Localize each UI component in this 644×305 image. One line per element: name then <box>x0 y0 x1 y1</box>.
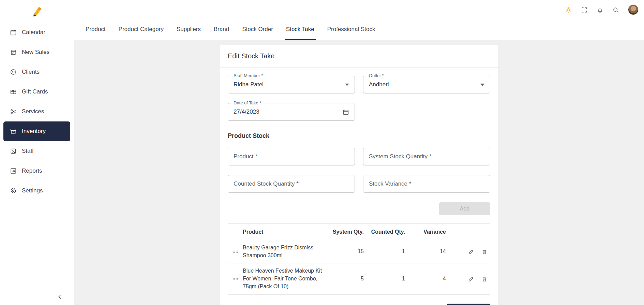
delete-row-button[interactable] <box>481 276 488 282</box>
sidebar-item-clients[interactable]: Clients <box>3 62 70 82</box>
table-header-row: Product System Qty. Counted Qty. Varianc… <box>228 224 490 240</box>
date-of-take-label: Date of Take * <box>232 100 263 105</box>
cell-variance: 14 <box>405 248 446 256</box>
tab-product[interactable]: Product <box>84 19 107 40</box>
sidebar-item-gift-cards[interactable]: Gift Cards <box>3 82 70 102</box>
search-button[interactable] <box>612 6 619 13</box>
tab-stock-take[interactable]: Stock Take <box>285 19 316 40</box>
notifications-bell-icon <box>597 6 603 13</box>
tab-stock-order[interactable]: Stock Order <box>241 19 274 40</box>
gear-icon <box>10 187 17 194</box>
date-of-take-field[interactable]: Date of Take * 27/4/2023 <box>228 103 355 121</box>
staff-badge-icon <box>10 148 17 155</box>
sidebar-item-calendar[interactable]: Calendar <box>3 23 70 42</box>
cell-counted-qty: 1 <box>364 275 405 283</box>
col-header-counted-qty: Counted Qty. <box>364 229 405 235</box>
search-icon <box>612 6 619 13</box>
edit-stock-take-card: Edit Stock Take Staff Member * Ridha Pat… <box>219 45 499 305</box>
logo-icon <box>31 5 43 17</box>
section-title-product-stock: Product Stock <box>228 132 490 140</box>
sidebar-item-label: Calendar <box>22 29 45 36</box>
theme-toggle-button[interactable] <box>565 6 572 13</box>
product-input[interactable] <box>234 153 349 160</box>
page-title: Edit Stock Take <box>220 45 498 68</box>
sidebar-item-services[interactable]: Services <box>3 102 70 121</box>
sidebar: Calendar New Sales Clients Gift Cards <box>0 0 74 305</box>
system-stock-quantity-field[interactable] <box>363 148 490 165</box>
tab-brand[interactable]: Brand <box>212 19 230 40</box>
edit-row-button[interactable] <box>468 248 475 255</box>
chevron-left-icon <box>56 293 64 301</box>
stock-variance-input[interactable] <box>369 180 484 187</box>
cell-system-qty: 5 <box>328 275 364 283</box>
gift-card-icon <box>10 88 17 95</box>
sidebar-item-new-sales[interactable]: New Sales <box>3 42 70 62</box>
fullscreen-button[interactable] <box>581 6 588 13</box>
edit-row-button[interactable] <box>468 276 475 282</box>
sidebar-item-label: Staff <box>22 148 34 155</box>
fullscreen-icon <box>581 6 588 13</box>
cell-product: Blue Heaven Festive Makeup Kit For Women… <box>243 267 328 290</box>
tab-suppliers[interactable]: Suppliers <box>175 19 202 40</box>
staff-member-label: Staff Member * <box>232 73 265 78</box>
sidebar-item-label: Inventory <box>22 128 46 135</box>
sidebar-nav: Calendar New Sales Clients Gift Cards <box>0 23 74 201</box>
product-input-field[interactable] <box>228 148 355 165</box>
col-header-system-qty: System Qty. <box>328 229 364 235</box>
cell-system-qty: 15 <box>328 248 364 256</box>
drag-handle-icon[interactable] <box>233 277 238 281</box>
sidebar-item-label: Gift Cards <box>22 88 48 95</box>
notifications-button[interactable] <box>597 6 603 13</box>
chevron-down-icon <box>480 84 484 86</box>
user-avatar[interactable] <box>628 4 639 15</box>
table-row: Beauty Garage Frizz Dismiss Shampoo 300m… <box>228 240 490 263</box>
sidebar-collapse-button[interactable] <box>55 292 65 302</box>
sidebar-item-staff[interactable]: Staff <box>3 141 70 161</box>
stock-variance-field[interactable] <box>363 175 490 193</box>
counted-stock-quantity-field[interactable] <box>228 175 355 193</box>
save-button[interactable]: Save <box>447 304 490 305</box>
app-logo[interactable] <box>0 0 74 23</box>
add-button[interactable]: Add <box>439 202 490 215</box>
calendar-icon <box>10 29 17 36</box>
cell-product: Beauty Garage Frizz Dismiss Shampoo 300m… <box>243 244 328 259</box>
stock-take-table: Product System Qty. Counted Qty. Varianc… <box>228 223 490 295</box>
sidebar-item-label: Settings <box>22 187 43 194</box>
calendar-icon[interactable] <box>343 109 349 115</box>
outlet-label: Outlet * <box>367 73 385 78</box>
sidebar-item-label: Services <box>22 108 44 115</box>
inventory-box-icon <box>10 128 17 135</box>
sidebar-item-label: New Sales <box>22 49 49 56</box>
counted-stock-quantity-input[interactable] <box>234 180 349 187</box>
col-header-variance: Variance <box>405 229 446 235</box>
main-area: Product Product Category Suppliers Brand… <box>74 0 644 305</box>
outlet-select[interactable]: Outlet * Andheri <box>363 76 490 93</box>
top-header <box>74 0 644 19</box>
delete-row-button[interactable] <box>481 249 488 255</box>
cell-variance: 4 <box>405 275 446 283</box>
system-stock-quantity-input[interactable] <box>369 153 484 160</box>
cell-counted-qty: 1 <box>364 248 405 256</box>
table-row: Blue Heaven Festive Makeup Kit For Women… <box>228 263 490 294</box>
sidebar-item-settings[interactable]: Settings <box>3 181 70 201</box>
staff-member-value: Ridha Patel <box>234 81 264 88</box>
staff-member-select[interactable]: Staff Member * Ridha Patel <box>228 76 355 93</box>
outlet-value: Andheri <box>369 81 389 88</box>
col-header-product: Product <box>243 229 328 235</box>
sidebar-item-inventory[interactable]: Inventory <box>3 121 70 141</box>
sidebar-item-reports[interactable]: Reports <box>3 161 70 181</box>
bar-chart-icon <box>10 168 17 174</box>
sidebar-item-label: Clients <box>22 69 40 75</box>
scissors-icon <box>10 108 17 115</box>
pencil-icon <box>468 248 475 255</box>
tab-professional-stock[interactable]: Professional Stock <box>326 19 377 40</box>
chevron-down-icon <box>345 84 349 86</box>
drag-handle-icon[interactable] <box>233 250 238 254</box>
drag-dots-icon <box>233 250 238 254</box>
tab-product-category[interactable]: Product Category <box>117 19 165 40</box>
drag-dots-icon <box>233 277 238 281</box>
date-of-take-value: 27/4/2023 <box>234 108 259 115</box>
clients-smiley-icon <box>10 69 17 75</box>
trash-icon <box>481 249 488 255</box>
pencil-icon <box>468 276 475 282</box>
